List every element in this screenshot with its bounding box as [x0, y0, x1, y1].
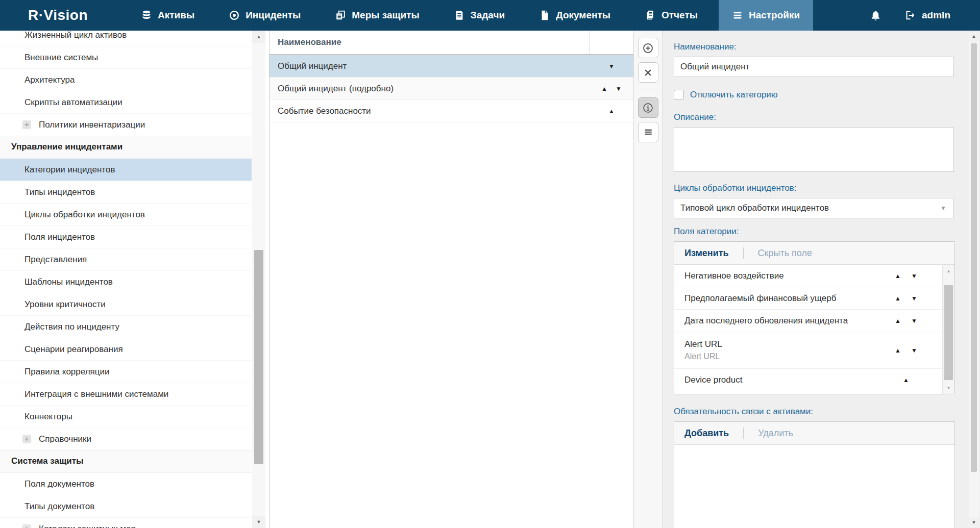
sidebar-item[interactable]: +Политики инвентаризации — [0, 113, 252, 136]
expand-plus-icon[interactable]: + — [22, 120, 31, 129]
sidebar-item[interactable]: Скрипты автоматизации — [0, 91, 252, 113]
cycles-select[interactable]: Типовой цикл обработки инцидентов ▼ — [674, 198, 954, 218]
target-icon — [229, 10, 240, 21]
category-fields-panel: Изменить Скрыть поле Негативное воздейст… — [674, 241, 955, 394]
sidebar-item[interactable]: Категории инцидентов — [0, 158, 252, 181]
scroll-up-icon[interactable]: ▲ — [969, 31, 979, 42]
sidebar-item[interactable]: Архитектура — [0, 68, 252, 91]
fields-list-scrollbar[interactable]: ▲ ▼ — [942, 265, 954, 394]
sidebar-item[interactable]: Жизненный цикл активов — [0, 31, 252, 46]
sidebar-item-label: Политики инвентаризации — [39, 120, 145, 130]
nav-item-documents[interactable]: Документы — [526, 0, 624, 31]
sidebar-item[interactable]: +Каталоги защитных мер — [0, 517, 252, 528]
move-down-icon[interactable]: ▼ — [911, 295, 917, 301]
delete-button[interactable] — [638, 62, 658, 83]
nav-item-protection[interactable]: Меры защиты — [322, 0, 433, 31]
move-up-icon[interactable]: ▲ — [601, 86, 607, 92]
detail-scrollbar[interactable]: ▲ ▼ — [969, 31, 979, 528]
sidebar-item[interactable]: Циклы обработки инцидентов — [0, 203, 252, 225]
table-row[interactable]: Общий инцидент (подробно)▲▼ — [270, 78, 633, 100]
disable-category-checkbox[interactable] — [674, 90, 684, 100]
menu-button[interactable] — [638, 122, 658, 142]
description-textarea[interactable] — [674, 127, 954, 172]
sidebar-item[interactable]: Уровни критичности — [0, 293, 252, 315]
hide-field-button[interactable]: Скрыть поле — [758, 248, 812, 259]
table-row[interactable]: Событие безопасности▲ — [270, 100, 633, 122]
expand-plus-icon[interactable]: + — [22, 524, 31, 528]
sidebar-item[interactable]: Действия по инциденту — [0, 315, 252, 338]
sidebar-item[interactable]: Типы документов — [0, 495, 252, 517]
notifications-bell-icon[interactable] — [870, 10, 881, 21]
nav-item-label: Документы — [556, 10, 610, 21]
category-field-row[interactable]: Негативное воздействие▲▼ — [674, 265, 942, 287]
nav-item-incidents[interactable]: Инциденты — [215, 0, 314, 31]
move-down-icon[interactable]: ▼ — [616, 86, 622, 92]
sidebar-section-header: Управление инцидентами — [0, 136, 252, 158]
detail-scrollbar-thumb[interactable] — [971, 43, 977, 472]
sidebar-item[interactable]: Представления — [0, 248, 252, 270]
sidebar-item[interactable]: Интеграция с внешними системами — [0, 383, 252, 405]
row-reorder-controls: ▲ — [590, 108, 633, 114]
move-down-icon[interactable]: ▼ — [608, 63, 615, 69]
sidebar-item[interactable]: Правила корреляции — [0, 360, 252, 383]
move-up-icon[interactable]: ▲ — [895, 273, 901, 279]
nav-item-tasks[interactable]: Задачи — [440, 0, 518, 31]
sidebar-item[interactable]: Поля документов — [0, 472, 252, 495]
move-up-icon[interactable]: ▲ — [895, 347, 901, 354]
user-menu[interactable]: admin — [904, 10, 950, 21]
scroll-down-icon[interactable]: ▼ — [943, 383, 954, 393]
nav-item-settings[interactable]: Настройки — [719, 0, 813, 31]
settings-sidebar: Жизненный цикл активовВнешние системыАрх… — [0, 31, 270, 528]
scroll-down-icon[interactable]: ▼ — [969, 517, 979, 528]
move-up-icon[interactable]: ▲ — [903, 377, 909, 383]
sidebar-item-label: Справочники — [39, 434, 91, 444]
disable-category-row[interactable]: Отключить категорию — [674, 90, 980, 100]
fields-scrollbar-thumb[interactable] — [944, 285, 953, 380]
sidebar-scrollbar[interactable]: ▲ ▼ — [252, 31, 265, 528]
category-field-row[interactable]: Предполагаемый финансовый ущерб▲▼ — [674, 287, 942, 310]
add-asset-button[interactable]: Добавить — [684, 428, 729, 439]
table-row[interactable]: Общий инцидент▼ — [270, 55, 633, 78]
move-down-icon[interactable]: ▼ — [911, 318, 917, 324]
move-up-icon[interactable]: ▲ — [608, 108, 615, 114]
sidebar-item[interactable]: Поля инцидентов — [0, 225, 252, 248]
category-field-row[interactable]: Alert URLAlert URL▲▼ — [674, 332, 942, 369]
category-field-row[interactable]: Device product▲ — [674, 369, 942, 391]
edit-field-button[interactable]: Изменить — [684, 248, 729, 259]
nav-item-assets[interactable]: Активы — [128, 0, 208, 31]
move-down-icon[interactable]: ▼ — [911, 347, 917, 354]
sidebar-item[interactable]: Шаблоны инцидентов — [0, 270, 252, 293]
categories-table-body: Общий инцидент▼Общий инцидент (подробно)… — [270, 55, 633, 122]
info-button[interactable] — [638, 97, 658, 118]
column-header-name[interactable]: Наименование — [270, 31, 590, 54]
move-up-icon[interactable]: ▲ — [895, 295, 901, 301]
move-down-icon[interactable]: ▼ — [911, 273, 917, 279]
scroll-up-icon[interactable]: ▲ — [943, 266, 954, 276]
sidebar-scrollbar-thumb[interactable] — [254, 250, 263, 464]
nav-item-label: Отчеты — [662, 10, 698, 21]
actions-divider — [743, 247, 744, 259]
name-input[interactable] — [674, 57, 954, 77]
move-up-icon[interactable]: ▲ — [895, 318, 901, 324]
sidebar-item-label: Интеграция с внешними системами — [24, 389, 168, 399]
sidebar-nav-list: Жизненный цикл активовВнешние системыАрх… — [0, 31, 252, 528]
scroll-down-icon[interactable]: ▼ — [252, 516, 265, 528]
sidebar-item[interactable]: Сценарии реагирования — [0, 338, 252, 360]
sidebar-item-label: Жизненный цикл активов — [24, 31, 127, 40]
field-reorder-controls: ▲ — [895, 377, 917, 383]
sidebar-item[interactable]: Внешние системы — [0, 46, 252, 68]
menu-icon — [732, 10, 743, 21]
fields-list: Негативное воздействие▲▼Предполагаемый ф… — [674, 265, 954, 394]
category-field-row[interactable]: Дата последнего обновления инцидента▲▼ — [674, 310, 942, 332]
sidebar-item[interactable]: +Справочники — [0, 428, 252, 450]
app-logo[interactable]: R·Vision — [0, 0, 128, 31]
add-button[interactable] — [638, 38, 658, 58]
sidebar-item[interactable]: Коннекторы — [0, 405, 252, 428]
field-reorder-controls: ▲▼ — [895, 273, 917, 279]
expand-plus-icon[interactable]: + — [22, 435, 31, 443]
sidebar-item[interactable]: Типы инцидентов — [0, 181, 252, 203]
nav-item-reports[interactable]: Отчеты — [631, 0, 711, 31]
vertical-toolbar — [634, 31, 663, 528]
scroll-up-icon[interactable]: ▲ — [252, 31, 265, 43]
remove-asset-button[interactable]: Удалить — [758, 428, 793, 439]
